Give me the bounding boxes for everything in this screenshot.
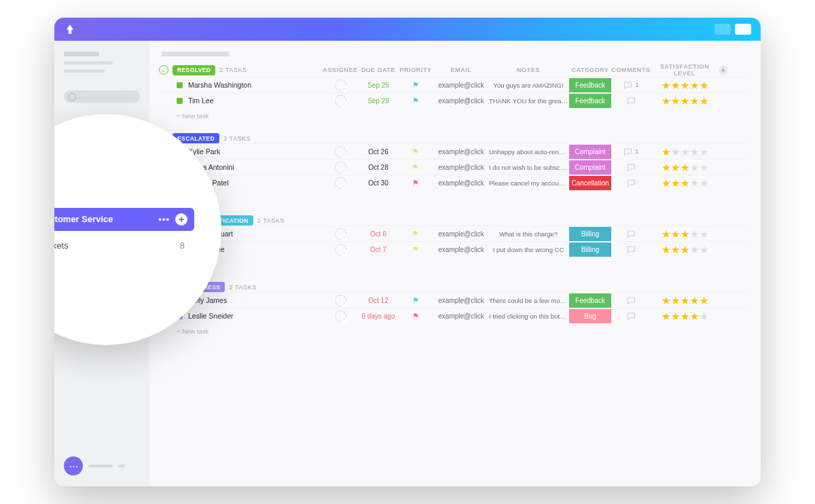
category-chip[interactable]: Bug — [569, 309, 611, 323]
satisfaction-stars[interactable]: ★★★★★ — [651, 96, 719, 106]
task-row[interactable]: Tim LeeSep 29⚑example@clickTHANK YOU for… — [159, 92, 748, 108]
star-icon: ★ — [662, 80, 670, 90]
star-icon: ★ — [662, 245, 670, 255]
due-date[interactable]: Sep 25 — [360, 82, 397, 89]
due-date[interactable]: Oct 26 — [360, 148, 397, 156]
comments-cell[interactable] — [611, 162, 651, 173]
due-date[interactable]: Oct 28 — [360, 164, 397, 171]
column-header[interactable]: SATISFACTION LEVEL — [651, 63, 719, 77]
comments-cell[interactable] — [611, 295, 651, 306]
task-row[interactable]: Natalie PatelOct 30⚑example@clickPlease … — [159, 175, 748, 190]
priority-flag-icon[interactable]: ⚑ — [397, 81, 435, 90]
category-chip[interactable]: Cancellation — [569, 176, 611, 190]
new-task-button[interactable]: + New task — [159, 190, 748, 203]
assignee-avatar[interactable] — [335, 146, 346, 158]
satisfaction-stars[interactable]: ★★★★★ — [651, 245, 719, 255]
due-date[interactable]: Oct 6 — [360, 230, 397, 238]
add-column-icon[interactable]: + — [719, 65, 728, 75]
notes-cell: I tried clicking on this button… — [488, 312, 569, 320]
column-header[interactable]: EMAIL — [435, 67, 488, 73]
task-name: Tim Lee — [188, 96, 214, 105]
priority-flag-icon[interactable]: ⚑ — [397, 296, 435, 305]
priority-flag-icon[interactable]: ⚑ — [397, 179, 435, 187]
task-row[interactable]: Tessa AntoniniOct 28⚑example@clickI do n… — [159, 159, 748, 175]
folder-label: Customer Service — [54, 214, 113, 224]
star-icon: ★ — [662, 96, 670, 106]
priority-flag-icon[interactable]: ⚑ — [397, 147, 435, 156]
priority-flag-icon[interactable]: ⚑ — [397, 96, 435, 105]
due-date[interactable]: Oct 30 — [360, 179, 397, 187]
task-row[interactable]: Marsha WashingtonSep 25⚑example@clickYou… — [159, 77, 748, 92]
satisfaction-stars[interactable]: ★★★★★ — [651, 147, 719, 157]
due-date[interactable]: Oct 7 — [360, 246, 397, 253]
assignee-avatar[interactable] — [335, 79, 346, 91]
task-row[interactable]: Jessica StuartOct 6⚑example@clickWhat is… — [159, 226, 748, 241]
assignee-avatar[interactable] — [335, 162, 346, 173]
assignee-avatar[interactable] — [335, 95, 346, 107]
comments-cell[interactable]: 1 — [611, 147, 651, 157]
titlebar-button[interactable] — [714, 24, 731, 35]
notes-cell: What is this charge? — [488, 230, 569, 238]
status-pill[interactable]: RESOLVED — [173, 65, 215, 75]
task-row[interactable]: Kylie ParkOct 26⚑example@clickUnhappy ab… — [159, 143, 748, 159]
collapse-icon[interactable]: ⌄ — [159, 65, 168, 75]
column-header[interactable]: DUE DATE — [360, 67, 397, 73]
priority-flag-icon[interactable]: ⚑ — [397, 312, 435, 321]
category-chip[interactable]: Feedback — [569, 293, 611, 308]
category-chip[interactable]: Feedback — [569, 78, 611, 92]
satisfaction-stars[interactable]: ★★★★★ — [651, 162, 719, 173]
status-square-icon — [177, 82, 183, 88]
new-task-button[interactable]: + New task — [159, 323, 748, 336]
satisfaction-stars[interactable]: ★★★★★ — [651, 311, 719, 321]
chat-icon[interactable]: ⋯ — [64, 456, 83, 475]
task-row[interactable]: Leslie Sneider6 days ago⚑example@clickI … — [159, 308, 748, 323]
satisfaction-stars[interactable]: ★★★★★ — [651, 80, 719, 90]
comments-cell[interactable] — [611, 245, 651, 255]
column-header[interactable]: ASSIGNEE — [321, 67, 360, 73]
task-row[interactable]: Tom MckeeOct 7⚑example@clickI put down t… — [159, 241, 748, 257]
star-icon: ★ — [662, 311, 670, 321]
column-header[interactable]: CATEGORY — [569, 67, 611, 73]
category-chip[interactable]: Billing — [569, 227, 611, 241]
category-chip[interactable]: Complaint — [569, 160, 611, 175]
assignee-avatar[interactable] — [335, 244, 346, 255]
comments-cell[interactable] — [611, 311, 651, 321]
star-icon: ★ — [671, 162, 680, 173]
assignee-avatar[interactable] — [335, 177, 346, 189]
sidebar-list-tickets[interactable]: ◌ Tickets 8 — [54, 239, 194, 252]
category-chip[interactable]: Complaint — [569, 145, 611, 159]
due-date[interactable]: Sep 29 — [360, 97, 397, 105]
more-icon[interactable]: ••• — [158, 214, 170, 224]
category-chip[interactable]: Billing — [569, 242, 611, 257]
satisfaction-stars[interactable]: ★★★★★ — [651, 178, 719, 188]
due-date[interactable]: 6 days ago — [360, 312, 397, 320]
priority-flag-icon[interactable]: ⚑ — [397, 245, 435, 254]
star-icon: ★ — [681, 229, 689, 239]
comments-cell[interactable] — [611, 229, 651, 239]
add-icon[interactable]: + — [175, 213, 187, 226]
sidebar-folder-customer-service[interactable]: ▭ Customer Service ••• + — [54, 208, 194, 231]
assignee-avatar[interactable] — [335, 228, 346, 240]
new-task-button[interactable]: + New task — [159, 257, 748, 270]
star-icon: ★ — [690, 147, 699, 157]
column-header[interactable]: PRIORITY — [397, 67, 435, 73]
task-row[interactable]: Nelly JamesOct 12⚑example@clickThere cou… — [159, 292, 748, 308]
comments-cell[interactable] — [611, 178, 651, 188]
assignee-avatar[interactable] — [335, 310, 346, 322]
satisfaction-stars[interactable]: ★★★★★ — [651, 295, 719, 306]
titlebar-button[interactable] — [735, 24, 751, 35]
column-header[interactable]: NOTES — [488, 67, 569, 73]
satisfaction-stars[interactable]: ★★★★★ — [651, 229, 719, 239]
due-date[interactable]: Oct 12 — [360, 297, 397, 304]
new-task-button[interactable]: + New task — [159, 108, 748, 121]
assignee-avatar[interactable] — [335, 295, 346, 306]
email-cell: example@click — [435, 148, 488, 156]
comments-cell[interactable] — [611, 96, 651, 106]
main-content: ⌄RESOLVED2 TASKSASSIGNEEDUE DATEPRIORITY… — [149, 41, 761, 486]
priority-flag-icon[interactable]: ⚑ — [397, 163, 435, 172]
category-chip[interactable]: Feedback — [569, 94, 611, 108]
comments-cell[interactable]: 1 — [611, 80, 651, 90]
column-header[interactable]: COMMENTS — [611, 67, 651, 73]
search-input[interactable] — [64, 90, 140, 103]
priority-flag-icon[interactable]: ⚑ — [397, 230, 435, 238]
